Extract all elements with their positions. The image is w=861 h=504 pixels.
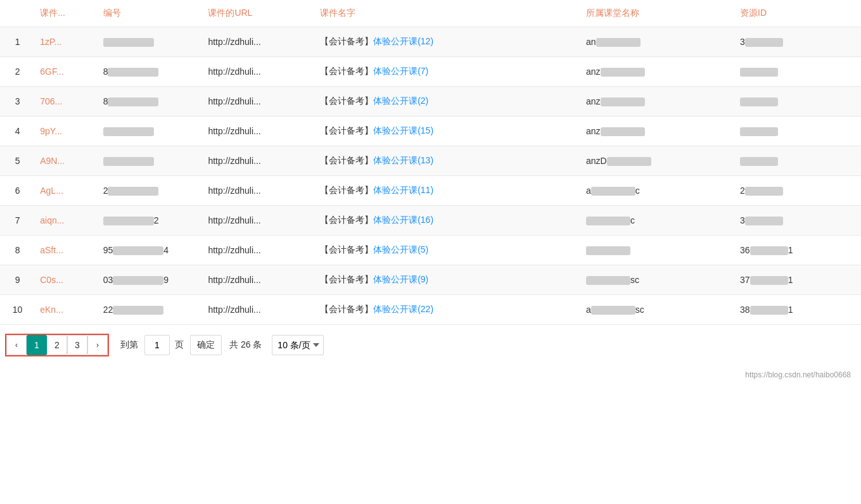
col-header-classroom: 所属课堂名称	[581, 0, 735, 27]
table-row: 11zP...http://zdhuli...【会计备考】体验公开课(12)an…	[0, 27, 861, 57]
data-table: 课件... 编号 课件的URL 课件名字 所属课堂名称 资源ID 11zP...…	[0, 0, 861, 325]
watermark: https://blog.csdn.net/haibo0668	[0, 365, 861, 384]
col-header-url: 课件的URL	[203, 0, 315, 27]
cell-url: http://zdhuli...	[203, 27, 315, 57]
cell-bianhao: 954	[98, 236, 203, 265]
cell-index: 2	[0, 57, 35, 87]
cell-index: 7	[0, 206, 35, 236]
table-row: 5A9N...http://zdhuli...【会计备考】体验公开课(13)an…	[0, 146, 861, 176]
cell-classroom: ac	[581, 176, 735, 206]
cell-classroom: anz	[581, 57, 735, 87]
total-label: 共 26 条	[229, 339, 262, 351]
cell-bianhao: 2	[98, 176, 203, 206]
cell-name: 【会计备考】体验公开课(12)	[315, 27, 581, 57]
col-header-name: 课件名字	[315, 0, 581, 27]
next-page-button[interactable]: ›	[87, 335, 108, 355]
table-row: 49pY...http://zdhuli...【会计备考】体验公开课(15)an…	[0, 117, 861, 146]
cell-url: http://zdhuli...	[203, 117, 315, 146]
goto-input[interactable]	[144, 335, 170, 355]
cell-kejian: 6GF...	[35, 57, 98, 87]
cell-index: 4	[0, 117, 35, 146]
cell-index: 1	[0, 27, 35, 57]
cell-url: http://zdhuli...	[203, 206, 315, 236]
page-word: 页	[175, 339, 184, 351]
cell-kejian: aiqn...	[35, 206, 98, 236]
cell-kejian: A9N...	[35, 146, 98, 176]
cell-kejian: 9pY...	[35, 117, 98, 146]
cell-bianhao: 2	[98, 206, 203, 236]
cell-index: 5	[0, 146, 35, 176]
table-row: 10eKn...22http://zdhuli...【会计备考】体验公开课(22…	[0, 295, 861, 325]
pagination-area: ‹ 1 2 3 › 到第 页 确定 共 26 条 10 条/页 20 条/页 5…	[0, 325, 861, 365]
cell-classroom: c	[581, 206, 735, 236]
col-header-resourceid: 资源ID	[735, 0, 861, 27]
table-row: 9C0s...039http://zdhuli...【会计备考】体验公开课(9)…	[0, 265, 861, 295]
cell-resourceid: 2	[735, 176, 861, 206]
cell-bianhao	[98, 146, 203, 176]
cell-resourceid	[735, 146, 861, 176]
table-row: 26GF...8http://zdhuli...【会计备考】体验公开课(7)an…	[0, 57, 861, 87]
page-3-button[interactable]: 3	[67, 335, 87, 355]
table-container: 课件... 编号 课件的URL 课件名字 所属课堂名称 资源ID 11zP...…	[0, 0, 861, 365]
cell-kejian: AgL...	[35, 176, 98, 206]
col-header-bianhao: 编号	[98, 0, 203, 27]
cell-index: 10	[0, 295, 35, 325]
confirm-button[interactable]: 确定	[190, 335, 222, 355]
cell-bianhao: 8	[98, 87, 203, 117]
cell-bianhao: 8	[98, 57, 203, 87]
cell-url: http://zdhuli...	[203, 295, 315, 325]
cell-bianhao	[98, 27, 203, 57]
cell-url: http://zdhuli...	[203, 236, 315, 265]
cell-name: 【会计备考】体验公开课(5)	[315, 236, 581, 265]
cell-index: 9	[0, 265, 35, 295]
cell-classroom: anz	[581, 117, 735, 146]
cell-url: http://zdhuli...	[203, 146, 315, 176]
table-header-row: 课件... 编号 课件的URL 课件名字 所属课堂名称 资源ID	[0, 0, 861, 27]
cell-name: 【会计备考】体验公开课(11)	[315, 176, 581, 206]
goto-label: 到第	[120, 339, 138, 351]
table-row: 3706...8http://zdhuli...【会计备考】体验公开课(2)an…	[0, 87, 861, 117]
cell-resourceid	[735, 57, 861, 87]
cell-resourceid: 3	[735, 27, 861, 57]
cell-bianhao	[98, 117, 203, 146]
cell-kejian: 706...	[35, 87, 98, 117]
cell-url: http://zdhuli...	[203, 87, 315, 117]
cell-resourceid: 3	[735, 206, 861, 236]
per-page-select[interactable]: 10 条/页 20 条/页 50 条/页	[272, 335, 324, 355]
cell-classroom: an	[581, 27, 735, 57]
cell-bianhao: 039	[98, 265, 203, 295]
table-row: 6AgL...2http://zdhuli...【会计备考】体验公开课(11)a…	[0, 176, 861, 206]
cell-name: 【会计备考】体验公开课(2)	[315, 87, 581, 117]
cell-resourceid	[735, 87, 861, 117]
cell-name: 【会计备考】体验公开课(16)	[315, 206, 581, 236]
cell-name: 【会计备考】体验公开课(7)	[315, 57, 581, 87]
cell-classroom: asc	[581, 295, 735, 325]
cell-kejian: C0s...	[35, 265, 98, 295]
cell-bianhao: 22	[98, 295, 203, 325]
prev-page-button[interactable]: ‹	[6, 335, 27, 355]
cell-url: http://zdhuli...	[203, 176, 315, 206]
cell-name: 【会计备考】体验公开课(15)	[315, 117, 581, 146]
cell-resourceid: 371	[735, 265, 861, 295]
col-header-index	[0, 0, 35, 27]
cell-classroom: sc	[581, 265, 735, 295]
table-row: 7aiqn...2http://zdhuli...【会计备考】体验公开课(16)…	[0, 206, 861, 236]
cell-resourceid	[735, 117, 861, 146]
cell-url: http://zdhuli...	[203, 265, 315, 295]
page-nav-wrapper: ‹ 1 2 3 ›	[5, 334, 109, 356]
cell-classroom: anzD	[581, 146, 735, 176]
page-1-button[interactable]: 1	[27, 335, 47, 355]
page-2-button[interactable]: 2	[47, 335, 67, 355]
cell-name: 【会计备考】体验公开课(22)	[315, 295, 581, 325]
cell-index: 6	[0, 176, 35, 206]
cell-index: 8	[0, 236, 35, 265]
cell-kejian: aSft...	[35, 236, 98, 265]
cell-name: 【会计备考】体验公开课(13)	[315, 146, 581, 176]
cell-index: 3	[0, 87, 35, 117]
cell-resourceid: 381	[735, 295, 861, 325]
col-header-kejian: 课件...	[35, 0, 98, 27]
cell-kejian: 1zP...	[35, 27, 98, 57]
cell-classroom: anz	[581, 87, 735, 117]
cell-kejian: eKn...	[35, 295, 98, 325]
cell-resourceid: 361	[735, 236, 861, 265]
